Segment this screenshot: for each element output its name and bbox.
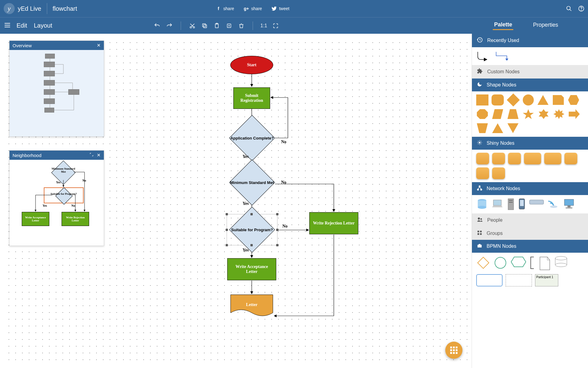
share-twitter-button[interactable]: tweet [271, 6, 289, 12]
bpmn-group-icon[interactable] [506, 274, 532, 286]
shape-octagon[interactable] [476, 109, 488, 120]
node-decision-complete[interactable]: Application Complete? [229, 124, 275, 152]
svg-marker-36 [523, 109, 534, 119]
bpmn-annotation-icon[interactable] [530, 256, 536, 270]
shape-hexagon[interactable] [567, 94, 580, 105]
node-decision-suitable-selected[interactable]: Suitable for Program? [227, 214, 277, 245]
shape-star6[interactable] [537, 109, 550, 120]
neighborhood-body[interactable]: Minimum Standard Met Suitable for Progra… [9, 160, 104, 246]
network-switch-icon[interactable] [529, 198, 544, 206]
twitter-icon [271, 6, 277, 12]
section-shiny-nodes[interactable]: Shiny Nodes [472, 137, 588, 150]
app-header: y yEd Live flowchart fshare g+share twee… [0, 0, 588, 17]
node-reject[interactable]: Write Rejection Letter [309, 212, 358, 234]
bpmn-event-icon[interactable] [493, 256, 507, 270]
shape-parallelogram[interactable] [492, 109, 504, 120]
delete-button[interactable] [237, 22, 245, 30]
svg-marker-40 [477, 123, 488, 133]
node-decision-minstd[interactable]: Minimum Standard Met [229, 169, 275, 196]
bpmn-participant-icon[interactable]: Participant 1 [535, 274, 558, 286]
shape-star5[interactable] [522, 109, 534, 120]
bpmn-gateway-icon[interactable] [476, 256, 490, 270]
tab-palette[interactable]: Palette [493, 21, 513, 30]
shape-label[interactable] [552, 94, 564, 105]
node-start[interactable]: Start [230, 56, 273, 74]
fit-ratio-button[interactable]: 1:1 [260, 22, 267, 30]
shiny-5[interactable] [544, 153, 561, 164]
section-groups[interactable]: Groups [472, 227, 588, 240]
section-bpmn-nodes[interactable]: BPMN Nodes [472, 240, 588, 253]
fullscreen-button[interactable] [272, 22, 280, 30]
expand-icon[interactable] [89, 152, 94, 158]
node-letter[interactable]: Letter [230, 294, 273, 319]
help-icon[interactable] [578, 6, 584, 12]
section-shape-nodes[interactable]: Shape Nodes [472, 79, 588, 91]
shape-ellipse[interactable] [523, 94, 534, 105]
bpmn-nodes-body[interactable]: Participant 1 [472, 253, 588, 289]
undo-button[interactable] [153, 22, 161, 30]
bpmn-data-icon[interactable] [539, 256, 551, 271]
section-custom-nodes[interactable]: Custom Nodes [472, 65, 588, 79]
shape-nodes-body[interactable] [472, 91, 588, 137]
bpmn-datastore-icon[interactable] [554, 256, 568, 268]
duplicate-button[interactable] [225, 22, 233, 30]
shape-invtriangle[interactable] [507, 123, 519, 134]
section-recently-used[interactable]: Recently Used [472, 34, 588, 47]
network-database-icon[interactable] [476, 198, 488, 210]
section-people[interactable]: People [472, 213, 588, 227]
svg-rect-78 [477, 245, 482, 247]
shape-triangle[interactable] [537, 94, 549, 105]
menu-layout[interactable]: Layout [34, 22, 52, 29]
node-accept[interactable]: Write Acceptance Letter [227, 258, 276, 280]
node-submit[interactable]: Submit Registration [233, 87, 270, 109]
main-toolbar: Edit Layout 1:1 Palette Properties [0, 17, 588, 34]
copy-button[interactable] [201, 22, 209, 30]
edge-curved-icon[interactable] [476, 50, 492, 62]
hamburger-menu-icon[interactable] [4, 21, 11, 30]
bpmn-pool-icon[interactable] [476, 274, 503, 286]
edge-ortho-icon[interactable] [495, 50, 510, 62]
shape-roundrect[interactable] [492, 94, 504, 105]
menu-edit[interactable]: Edit [17, 22, 27, 29]
shape-rect[interactable] [476, 94, 488, 105]
redo-button[interactable] [165, 22, 173, 30]
neighborhood-header[interactable]: Neighborhood ✕ [9, 151, 104, 160]
close-icon[interactable]: ✕ [97, 43, 101, 48]
network-wifi-icon[interactable] [547, 198, 560, 209]
shiny-1[interactable] [476, 153, 489, 164]
bpmn-activity-icon[interactable] [511, 256, 526, 268]
overview-header[interactable]: Overview ✕ [9, 41, 104, 50]
shape-triangle2[interactable] [492, 123, 504, 134]
network-nodes-body[interactable] [472, 195, 588, 213]
shiny-2[interactable] [492, 153, 505, 164]
paste-button[interactable] [213, 22, 221, 30]
fab-button[interactable] [445, 342, 462, 359]
shape-trapezoid2[interactable] [476, 123, 488, 134]
recently-used-body[interactable] [472, 47, 588, 65]
file-name[interactable]: flowchart [47, 5, 77, 12]
search-icon[interactable] [566, 6, 572, 12]
shape-diamond[interactable] [507, 94, 520, 106]
shiny-8[interactable] [492, 167, 505, 179]
share-google-button[interactable]: g+share [243, 6, 262, 12]
cut-button[interactable] [188, 22, 196, 30]
share-facebook-button[interactable]: fshare [215, 6, 234, 12]
shape-trapezoid[interactable] [507, 109, 519, 120]
section-network-nodes[interactable]: Network Nodes [472, 182, 588, 195]
tab-properties[interactable]: Properties [532, 22, 559, 29]
shape-fatarrow[interactable] [568, 109, 580, 120]
shiny-7[interactable] [476, 167, 489, 179]
network-laptop-icon[interactable] [491, 198, 504, 210]
canvas[interactable]: Overview ✕ [0, 34, 472, 368]
overview-body[interactable] [9, 50, 104, 136]
network-phone-icon[interactable] [518, 198, 526, 210]
network-server-icon[interactable] [507, 198, 515, 210]
close-icon[interactable]: ✕ [97, 152, 101, 158]
network-pc-icon[interactable] [563, 198, 575, 210]
shiny-6[interactable] [564, 153, 577, 164]
shape-star8[interactable] [553, 109, 565, 120]
shiny-4[interactable] [524, 153, 541, 164]
shiny-nodes-body[interactable] [472, 150, 588, 182]
svg-marker-41 [492, 123, 503, 133]
shiny-3[interactable] [508, 153, 521, 164]
